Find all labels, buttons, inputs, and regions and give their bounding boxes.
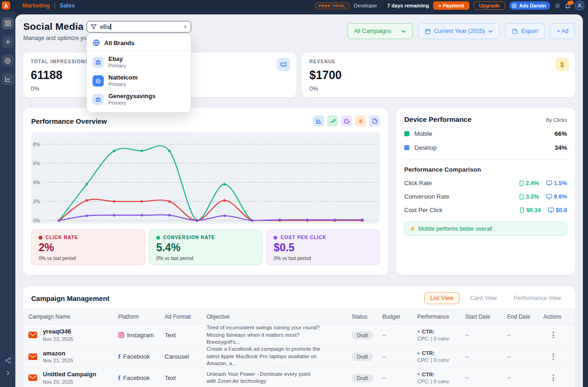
comparison-row: Click Rate 2.4% 1.5% xyxy=(404,180,567,187)
settings-gear-icon[interactable] xyxy=(555,3,561,9)
facebook-icon: f xyxy=(118,353,120,360)
device-performance-panel: Device Performance By Clicks Mobile 66% … xyxy=(396,108,575,275)
add-ad-button[interactable]: + Ad xyxy=(550,23,575,39)
table-row[interactable]: amazon Nov 21, 2025 f Facebook Carousel … xyxy=(23,346,575,367)
device-subtitle: By Clicks xyxy=(546,117,567,123)
top-nav: Marketing | Sales xyxy=(22,2,75,9)
sidebar xyxy=(0,11,15,387)
export-chart-icon[interactable] xyxy=(369,115,380,127)
performance-title: Performance Overview xyxy=(31,117,107,125)
row-actions-menu-icon[interactable] xyxy=(550,352,557,362)
svg-text:2%: 2% xyxy=(33,199,40,204)
purple-dot-icon xyxy=(274,236,277,240)
brand-search-input[interactable]: eBa × xyxy=(87,21,191,33)
account-icon xyxy=(512,3,517,8)
date-range-dropdown[interactable]: Current Year (2025) xyxy=(418,23,500,39)
table-header: Campaign Name Platform Ad Format Objecti… xyxy=(23,309,575,324)
chevron-down-icon xyxy=(401,29,406,34)
brand-building-icon xyxy=(93,57,104,68)
comparison-row: Conversion Rate 3.3% 9.6% xyxy=(404,193,567,200)
chart-settings-gear-icon[interactable] xyxy=(355,115,366,127)
status-badge: Draft xyxy=(352,353,373,361)
trial-remaining: 7 days remaining xyxy=(387,3,429,8)
nav-marketing[interactable]: Marketing xyxy=(22,2,50,9)
monitor-icon xyxy=(548,207,554,213)
metric-card-conversion-rate: CONVERSION RATE 5.4% 0% vs last period xyxy=(149,229,263,265)
payment-button[interactable]: + Payment xyxy=(433,1,469,10)
export-icon xyxy=(512,28,518,34)
app-logo[interactable]: Δ xyxy=(2,1,10,10)
brand-dropdown: All Brands Ebay Primary xyxy=(87,33,191,113)
row-actions-menu-icon[interactable] xyxy=(550,373,557,383)
brand-building-icon xyxy=(93,75,104,87)
monitor-icon xyxy=(546,180,552,186)
upgrade-button[interactable]: Upgrade xyxy=(474,1,506,10)
tab-performance-view[interactable]: Performance View xyxy=(508,292,567,304)
clear-search-icon[interactable]: × xyxy=(183,24,187,30)
profile-icon[interactable] xyxy=(575,1,584,10)
svg-text:6%: 6% xyxy=(33,160,40,166)
campaign-title: Campaign Management xyxy=(31,294,109,302)
facebook-icon: f xyxy=(118,374,120,382)
search-value: eBa xyxy=(100,24,110,30)
dot-separator: · xyxy=(381,3,383,8)
envelope-icon xyxy=(28,374,37,381)
desktop-legend-swatch xyxy=(404,145,409,150)
divider xyxy=(404,159,567,160)
notifications-icon[interactable] xyxy=(565,3,571,9)
megaphone-icon xyxy=(277,58,290,71)
table-row[interactable]: yreaqt346 Nov 23, 2025 Instagram Text Ti… xyxy=(23,324,575,346)
filter-funnel-icon xyxy=(91,24,97,30)
phone-icon xyxy=(520,207,524,213)
bar-chart-icon[interactable] xyxy=(313,115,324,127)
calendar-icon xyxy=(425,28,431,34)
performance-line-chart: 0%2%4%6%8% xyxy=(31,132,380,224)
performance-overview-panel: Performance Overview xyxy=(23,108,388,275)
sidebar-dashboard-icon[interactable] xyxy=(2,17,14,29)
svg-text:4%: 4% xyxy=(33,180,40,185)
stat-card-revenue: REVENUE $1700 0% $ xyxy=(302,53,575,97)
status-badge: Draft xyxy=(352,374,373,382)
main-content: Social Media Ads Manage and optimize you… xyxy=(15,14,583,387)
svg-text:8%: 8% xyxy=(33,141,40,147)
nav-divider: | xyxy=(54,2,55,9)
nav-sales[interactable]: Sales xyxy=(60,2,75,9)
tab-card-view[interactable]: Card View xyxy=(464,292,503,304)
comparison-row: Cost Per Click $0.34 $0.8 xyxy=(404,207,567,214)
sidebar-target-icon[interactable] xyxy=(2,54,14,67)
red-dot-icon xyxy=(39,236,42,240)
campaign-management-panel: Campaign Management List View Card View … xyxy=(23,287,575,387)
sidebar-add-icon[interactable] xyxy=(2,36,14,48)
dropdown-item-brand[interactable]: Nattelcom Primary xyxy=(87,72,191,90)
row-actions-menu-icon[interactable] xyxy=(550,330,557,340)
account-chip[interactable]: Ads Darwin xyxy=(509,1,550,10)
phone-icon xyxy=(519,180,524,186)
free-trial-badge: FREE TRIAL xyxy=(314,2,349,9)
sidebar-share-icon[interactable] xyxy=(5,357,11,364)
tab-list-view[interactable]: List View xyxy=(424,292,460,304)
dropdown-item-all-brands[interactable]: All Brands xyxy=(87,36,191,49)
instagram-icon xyxy=(118,332,124,338)
brand-building-icon xyxy=(93,94,104,105)
sidebar-analytics-icon[interactable] xyxy=(2,73,14,85)
metric-card-cost-per-click: COST PER CLICK $0.5 0% vs last period xyxy=(266,229,380,265)
dropdown-item-brand[interactable]: Ebay Primary xyxy=(87,53,191,72)
sidebar-collapse-icon[interactable] xyxy=(5,370,11,376)
notification-badge xyxy=(567,0,574,5)
globe-icon xyxy=(93,39,100,47)
donut-chart-icon[interactable] xyxy=(341,115,352,127)
table-row[interactable]: Untitled Campaign Nov 20, 2025 f Faceboo… xyxy=(23,367,575,387)
envelope-icon xyxy=(28,354,37,360)
dropdown-item-brand[interactable]: Genergysavings Primery xyxy=(87,90,191,109)
svg-text:0%: 0% xyxy=(33,218,40,223)
dropdown-divider xyxy=(87,51,191,51)
campaigns-filter-dropdown[interactable]: All Campaigns xyxy=(347,23,413,39)
metric-card-click-rate: CLICK RATE 2% 0% vs last period xyxy=(31,229,145,265)
device-title: Device Performance xyxy=(404,115,471,123)
green-dot-icon xyxy=(156,236,160,240)
plan-label: Developer xyxy=(354,3,377,8)
line-chart-icon[interactable] xyxy=(327,115,338,127)
status-badge: Draft xyxy=(352,331,373,340)
legend-mobile: Mobile 66% xyxy=(404,130,567,137)
export-button[interactable]: Export xyxy=(505,23,544,39)
